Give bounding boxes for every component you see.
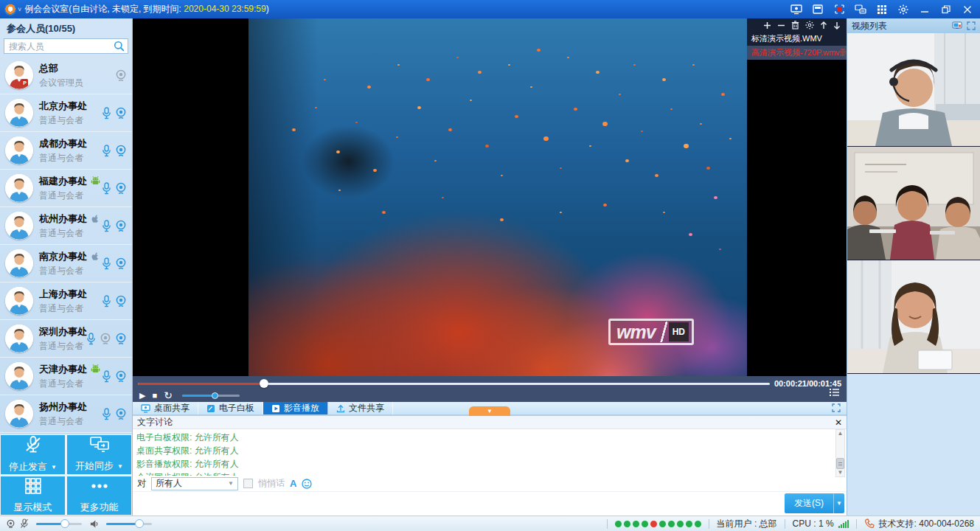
webcam-status-icon[interactable] [6,519,15,529]
whisper-checkbox[interactable] [243,479,253,488]
video-thumbnail-2[interactable] [847,147,980,260]
move-up-icon[interactable] [820,21,827,30]
playlist-item-delete[interactable]: 删除 [840,46,847,60]
video-stage[interactable]: wmv HD 标清演示视频.WMV高清演示视频-720P.wmv删除 [133,18,847,376]
participant-row[interactable]: 北京办事处普通与会者 [0,94,132,132]
action-button-mic-off[interactable]: 停止发言▼ [1,435,65,474]
recipient-select[interactable]: 所有人 ▼ [151,477,238,490]
participant-row[interactable]: 扬州办事处普通与会者 [0,395,132,433]
camera-icon[interactable] [115,107,127,119]
action-button-grid[interactable]: 显示模式 [1,476,65,516]
seek-bar[interactable] [138,383,770,385]
screen-share-icon[interactable] [788,2,804,16]
chat-close-icon[interactable]: ✕ [835,418,842,427]
camera-icon[interactable] [115,220,127,232]
video-thumbnail-1[interactable] [847,33,980,147]
playlist-item[interactable]: 标清演示视频.WMV [747,32,847,46]
expand-panel-icon[interactable] [832,403,841,414]
camera-icon[interactable] [115,145,127,157]
camera-icon[interactable] [115,295,127,308]
chat-collapse-handle[interactable]: ▼ [469,406,510,416]
playlist-item-label: 高清演示视频-720P.wmv [751,46,840,60]
speaker-volume-handle[interactable] [135,519,144,528]
tab-file-share[interactable]: 文件共享 [328,402,393,414]
emoji-icon[interactable] [302,479,312,489]
participant-row[interactable]: 成都办事处普通与会者 [0,132,132,170]
player-volume-handle[interactable] [212,392,218,399]
network-icon[interactable] [852,2,869,16]
settings-icon[interactable] [895,2,911,16]
chevron-down-icon[interactable]: ˅ [18,6,21,13]
camera-icon[interactable] [115,408,127,420]
minimize-icon[interactable] [917,2,933,16]
record-icon[interactable] [831,2,847,16]
chat-scrollbar[interactable]: ▲ ▼ [835,429,845,477]
participant-row[interactable]: 福建办事处普通与会者 [0,170,132,207]
mic-icon[interactable] [102,220,111,232]
window-icon[interactable] [810,2,826,16]
close-icon[interactable] [959,2,976,16]
seek-fill [138,383,264,385]
speaker-icon[interactable] [89,519,99,529]
playlist-item[interactable]: 高清演示视频-720P.wmv删除 [747,46,847,60]
maximize-icon[interactable] [938,2,954,16]
font-style-icon[interactable]: A [290,478,296,489]
player-volume-slider[interactable] [182,395,240,397]
search-input[interactable] [4,38,128,54]
mic-volume-handle[interactable] [60,519,69,528]
camera-off-icon[interactable] [115,69,127,82]
move-down-icon[interactable] [833,21,841,30]
action-button-label: 开始同步 [75,459,114,473]
add-icon[interactable] [763,21,771,30]
gear-icon[interactable] [805,21,814,30]
remove-icon[interactable] [777,21,785,30]
tab-media-play[interactable]: 影音播放 [263,402,328,414]
mic-icon[interactable] [102,257,111,270]
send-options-caret[interactable]: ▼ [833,493,844,513]
seek-handle[interactable] [260,379,268,388]
camera-off-icon[interactable] [100,333,111,345]
send-button[interactable]: 发送(S) [785,493,833,513]
stop-button[interactable]: ■ [152,392,157,400]
mic-icon[interactable] [102,145,111,157]
speaker-volume-slider[interactable] [106,523,152,525]
video-list-header: 视频列表 [847,18,980,33]
display-mode-icon[interactable] [874,2,890,16]
camera-icon[interactable] [115,257,127,270]
trash-icon[interactable] [791,21,799,30]
mic-icon[interactable] [102,295,111,308]
play-button[interactable]: ▶ [139,392,145,400]
participant-row[interactable]: 深圳办事处普通与会者 [0,320,132,358]
mic-muted-icon[interactable] [20,518,29,529]
camera-icon[interactable] [115,333,127,345]
mic-icon[interactable] [102,182,111,195]
mic-volume-slider[interactable] [36,523,82,525]
participant-row[interactable]: P总部会议管理员 [0,57,132,94]
search-icon[interactable] [114,41,125,54]
scrollbar-thumb[interactable] [836,458,844,469]
camera-icon[interactable] [115,370,127,383]
video-thumbnail-3[interactable] [847,260,980,374]
mic-icon[interactable] [102,408,111,420]
scroll-down-icon[interactable]: ▼ [838,469,844,476]
fullscreen-icon[interactable] [967,21,976,30]
action-button-sync[interactable]: 开始同步▼ [67,435,131,474]
participant-row[interactable]: 杭州办事处普通与会者 [0,207,132,245]
participant-row[interactable]: 天津办事处普通与会者 [0,358,132,395]
video-mode-icon[interactable] [952,21,962,30]
action-button-more[interactable]: 更多功能 [67,476,131,516]
camera-icon[interactable] [115,182,127,195]
replay-button[interactable]: ↻ [164,390,173,400]
chat-input-area[interactable]: 发送(S) ▼ [133,491,847,516]
mic-icon[interactable] [102,107,111,119]
playlist-toggle-icon[interactable] [830,388,840,399]
mic-icon[interactable] [102,370,111,383]
mic-icon[interactable] [86,333,96,345]
avatar [5,287,33,315]
tab-desktop-share[interactable]: 桌面共享 [133,402,198,414]
whiteboard-icon [206,404,215,413]
participant-row[interactable]: 南京办事处普通与会者 [0,245,132,282]
tab-whiteboard[interactable]: 电子白板 [198,402,263,414]
participant-row[interactable]: 上海办事处普通与会者 [0,282,132,320]
scroll-up-icon[interactable]: ▲ [838,430,844,437]
